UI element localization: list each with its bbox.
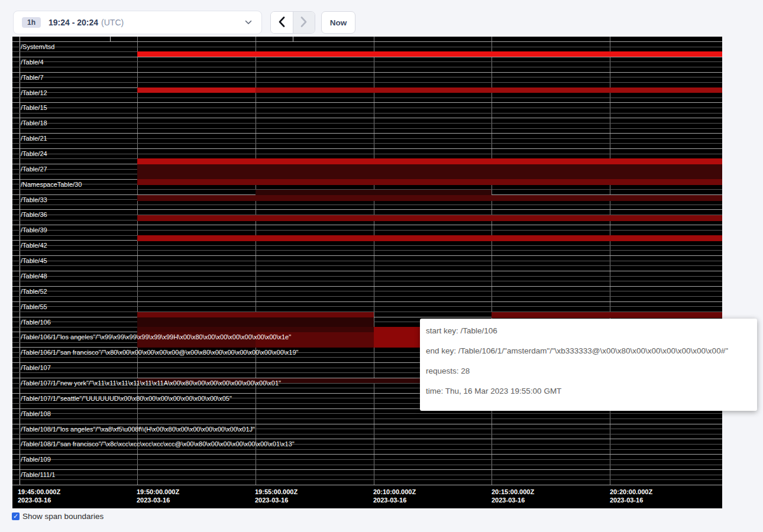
heat-band[interactable] [256, 190, 492, 195]
span-boundary-line [12, 102, 722, 103]
span-subdivision-line [12, 77, 722, 77]
chevron-down-icon [245, 20, 252, 25]
span-boundary-tick [110, 37, 111, 41]
span-subdivision-line [12, 98, 722, 98]
now-button[interactable]: Now [321, 11, 355, 34]
row-label: /Table/109 [21, 456, 51, 463]
span-subdivision-line [12, 138, 722, 139]
time-range-nav [270, 11, 315, 34]
row-label: /Table/107/1/"new york"/"\x11\x11\x11\x1… [21, 379, 281, 387]
plot-bottom-line [12, 485, 722, 485]
span-subdivision-line [12, 47, 722, 47]
heat-band[interactable] [137, 327, 374, 332]
row-label: /Table/45 [21, 257, 47, 265]
span-subdivision-line [12, 434, 722, 434]
row-label: /NamespaceTable/30 [21, 181, 82, 189]
heat-band[interactable] [492, 312, 722, 318]
span-subdivision-line [12, 67, 722, 67]
row-label: /Table/24 [21, 150, 47, 158]
tooltip-requests: requests: 28 [426, 366, 751, 376]
row-label: /Table/42 [21, 242, 47, 249]
time-axis-date: 2023-03-16 [492, 496, 534, 504]
row-label: /Table/39 [21, 226, 47, 234]
span-boundary-line [12, 301, 722, 302]
tooltip-start-key: start key: /Table/106 [426, 326, 751, 336]
show-span-boundaries-label: Show span boundaries [22, 512, 104, 521]
time-range-zone: (UTC) [101, 18, 124, 27]
span-subdivision-line [12, 306, 722, 307]
span-subdivision-line [12, 61, 722, 62]
row-label: /Table/21 [21, 135, 47, 142]
show-span-boundaries-checkbox[interactable]: ✓ [12, 512, 20, 520]
row-label: /Table/106/1/"los angeles"/"\x99\x99\x99… [21, 333, 291, 341]
time-axis-date: 2023-03-16 [255, 496, 298, 504]
row-label: /Table/111/1 [21, 471, 55, 479]
row-label: /Table/33 [21, 196, 47, 204]
heat-band[interactable] [137, 87, 256, 93]
time-axis-label: 19:55:00.000Z2023-03-16 [255, 488, 298, 504]
span-boundary-line [12, 469, 722, 470]
span-subdivision-line [12, 465, 722, 465]
row-label: /Table/52 [21, 288, 47, 296]
time-axis-time: 20:10:00.000Z [373, 488, 416, 496]
span-subdivision-line [12, 479, 722, 480]
span-subdivision-line [12, 154, 722, 154]
span-subdivision-line [12, 449, 722, 450]
time-range-selector[interactable]: 1h 19:24 - 20:24 (UTC) [13, 11, 262, 34]
time-axis-label: 20:15:00.000Z2023-03-16 [492, 488, 534, 504]
time-axis-time: 20:15:00.000Z [492, 488, 534, 496]
span-subdivision-line [12, 205, 722, 205]
span-boundary-line [12, 225, 722, 225]
time-axis-time: 20:20:00.000Z [610, 488, 652, 496]
span-subdivision-line [12, 143, 722, 144]
heat-band[interactable] [137, 215, 722, 221]
heat-band[interactable] [256, 87, 722, 93]
span-subdivision-line [12, 413, 722, 414]
row-label: /Table/108/1/"san francisco"/"\x8c\xcc\x… [21, 440, 295, 448]
row-label: /Table/107 [21, 364, 51, 372]
heat-band[interactable] [137, 317, 374, 327]
span-boundary-line [12, 271, 722, 271]
span-subdivision-line [12, 475, 722, 475]
key-visualizer-canvas[interactable]: /System/tsd/Table/4/Table/7/Table/12/Tab… [12, 37, 722, 508]
chevron-right-icon [300, 17, 307, 29]
tooltip-time: time: Thu, 16 Mar 2023 19:55:00 GMT [426, 387, 751, 396]
span-subdivision-line [12, 123, 722, 124]
span-boundary-line [12, 118, 722, 118]
heat-band[interactable] [137, 164, 722, 179]
time-axis-label: 20:10:00.000Z2023-03-16 [373, 488, 416, 504]
span-subdivision-line [12, 230, 722, 231]
span-boundary-line [12, 454, 722, 455]
key-visualizer-page: 1h 19:24 - 20:24 (UTC) Now /System/tsd/T… [0, 0, 763, 532]
next-range-button[interactable] [293, 12, 315, 33]
heat-band[interactable] [137, 235, 722, 241]
row-label: /Table/15 [21, 104, 47, 112]
time-axis-label: 19:45:00.000Z2023-03-16 [18, 488, 60, 504]
row-label: /Table/27 [21, 166, 47, 173]
chevron-left-icon [279, 17, 285, 29]
show-span-boundaries-control: ✓ Show span boundaries [12, 512, 104, 521]
span-subdivision-line [12, 459, 722, 460]
row-label: /Table/107/1/"seattle"/"UUUUUUD\x00\x80\… [21, 395, 232, 403]
time-axis-date: 2023-03-16 [18, 496, 60, 504]
heat-band[interactable] [137, 51, 722, 57]
row-label: /Table/18 [21, 119, 47, 127]
heat-band[interactable] [137, 179, 722, 185]
span-boundary-tick [293, 37, 293, 41]
heat-band[interactable] [137, 158, 722, 164]
span-subdivision-line [12, 281, 722, 281]
time-range-preset-chip: 1h [22, 17, 41, 28]
time-axis-date: 2023-03-16 [373, 496, 416, 504]
span-subdivision-line [12, 113, 722, 113]
row-label: /Table/106 [21, 319, 51, 326]
span-boundary-line [12, 424, 722, 424]
time-axis-label: 19:50:00.000Z2023-03-16 [137, 488, 179, 504]
span-boundary-line [12, 57, 722, 57]
span-boundary-line [12, 209, 722, 210]
span-subdivision-line [12, 82, 722, 83]
heat-band[interactable] [137, 195, 722, 201]
span-boundary-line [12, 133, 722, 134]
span-subdivision-line [12, 108, 722, 108]
span-subdivision-line [12, 296, 722, 297]
prev-range-button[interactable] [271, 12, 293, 33]
